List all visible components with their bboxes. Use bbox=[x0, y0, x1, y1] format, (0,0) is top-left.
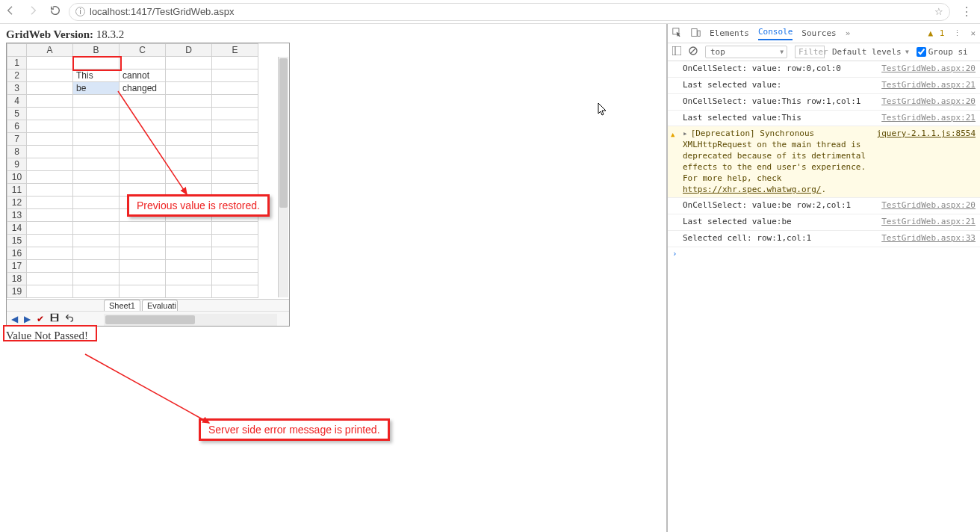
cell[interactable] bbox=[120, 120, 166, 133]
cell[interactable] bbox=[120, 247, 166, 260]
cell[interactable] bbox=[166, 82, 212, 95]
row-header[interactable]: 8 bbox=[7, 146, 27, 158]
row-header[interactable]: 14 bbox=[7, 222, 27, 235]
sheet-tab[interactable]: Sheet1 bbox=[104, 300, 140, 311]
back-button[interactable] bbox=[4, 4, 16, 19]
row-header[interactable]: 15 bbox=[7, 235, 27, 247]
cell[interactable] bbox=[73, 171, 120, 184]
horizontal-scrollbar[interactable] bbox=[104, 314, 277, 326]
row-header[interactable]: 11 bbox=[7, 184, 27, 197]
cell[interactable] bbox=[120, 95, 166, 108]
log-source-link[interactable]: TestGridWeb.aspx:21 bbox=[881, 217, 976, 228]
cell[interactable] bbox=[166, 95, 212, 108]
commit-icon[interactable]: ✔ bbox=[37, 314, 44, 324]
row-header[interactable]: 1 bbox=[7, 57, 27, 69]
cell[interactable] bbox=[73, 222, 120, 235]
cell[interactable] bbox=[73, 247, 120, 260]
row-header[interactable]: 4 bbox=[7, 95, 27, 108]
cell[interactable] bbox=[212, 146, 258, 158]
cell[interactable] bbox=[27, 222, 73, 235]
console-link[interactable]: https://xhr.spec.whatwg.org/ bbox=[683, 185, 821, 194]
cell[interactable] bbox=[120, 273, 166, 285]
cell[interactable] bbox=[27, 197, 73, 209]
row-header[interactable]: 19 bbox=[7, 285, 27, 298]
log-source-link[interactable]: TestGridWeb.aspx:20 bbox=[881, 200, 976, 211]
tab-elements[interactable]: Elements bbox=[710, 28, 749, 38]
log-source-link[interactable]: TestGridWeb.aspx:21 bbox=[881, 113, 976, 124]
cell[interactable] bbox=[27, 108, 73, 120]
row-header[interactable]: 10 bbox=[7, 171, 27, 184]
vertical-scrollbar[interactable] bbox=[278, 57, 288, 297]
cell[interactable] bbox=[73, 95, 120, 108]
cell[interactable] bbox=[212, 171, 258, 184]
spreadsheet[interactable]: ABCDE 12Thiscannot3bechanged456789101112… bbox=[7, 43, 258, 298]
save-icon[interactable] bbox=[50, 313, 59, 324]
cell[interactable] bbox=[212, 285, 258, 298]
cell[interactable] bbox=[212, 120, 258, 133]
cell[interactable] bbox=[120, 171, 166, 184]
cell[interactable] bbox=[27, 95, 73, 108]
group-similar-checkbox[interactable]: Group si bbox=[917, 47, 968, 57]
gridweb[interactable]: ABCDE 12Thiscannot3bechanged456789101112… bbox=[6, 43, 290, 327]
address-bar[interactable]: i localhost:1417/TestGridWeb.aspx ☆ bbox=[69, 3, 950, 21]
cell[interactable] bbox=[166, 57, 212, 69]
inspect-icon[interactable] bbox=[672, 28, 682, 40]
cell[interactable] bbox=[27, 57, 73, 69]
cell[interactable] bbox=[212, 247, 258, 260]
column-header[interactable]: C bbox=[120, 44, 166, 57]
cell[interactable]: be bbox=[73, 82, 120, 95]
row-header[interactable]: 6 bbox=[7, 120, 27, 133]
group-checkbox[interactable] bbox=[917, 47, 926, 57]
sheet-tab[interactable]: Evaluati bbox=[142, 300, 178, 311]
row-header[interactable]: 13 bbox=[7, 209, 27, 222]
forward-button[interactable] bbox=[27, 4, 39, 19]
cell[interactable] bbox=[212, 108, 258, 120]
nav-first-icon[interactable]: ◀ bbox=[11, 314, 18, 324]
cell[interactable] bbox=[166, 235, 212, 247]
cell[interactable] bbox=[27, 120, 73, 133]
cell[interactable] bbox=[120, 285, 166, 298]
cell[interactable] bbox=[212, 260, 258, 273]
cell[interactable] bbox=[27, 146, 73, 158]
cell[interactable] bbox=[212, 158, 258, 171]
cell[interactable] bbox=[166, 158, 212, 171]
more-tabs-icon[interactable]: » bbox=[846, 28, 851, 38]
cell[interactable] bbox=[27, 235, 73, 247]
cell[interactable] bbox=[166, 247, 212, 260]
warning-count[interactable]: ▲ 1 bbox=[928, 28, 945, 38]
cell[interactable] bbox=[27, 260, 73, 273]
cell[interactable] bbox=[73, 108, 120, 120]
cell[interactable] bbox=[120, 57, 166, 69]
clear-console-icon[interactable] bbox=[689, 46, 698, 58]
cell[interactable] bbox=[120, 260, 166, 273]
tab-sources[interactable]: Sources bbox=[801, 28, 836, 38]
cell[interactable] bbox=[73, 285, 120, 298]
log-source-link[interactable]: TestGridWeb.aspx:20 bbox=[881, 96, 976, 108]
row-header[interactable]: 5 bbox=[7, 108, 27, 120]
column-header[interactable]: E bbox=[212, 44, 258, 57]
cell[interactable] bbox=[212, 57, 258, 69]
console-prompt[interactable]: › bbox=[668, 247, 980, 260]
cell[interactable] bbox=[73, 184, 120, 197]
cell[interactable] bbox=[73, 120, 120, 133]
cell[interactable] bbox=[27, 209, 73, 222]
cell[interactable] bbox=[212, 222, 258, 235]
devtools-menu-icon[interactable]: ⋮ bbox=[953, 28, 961, 38]
cell[interactable] bbox=[73, 133, 120, 146]
cell[interactable] bbox=[27, 82, 73, 95]
undo-icon[interactable] bbox=[65, 313, 74, 324]
cell[interactable] bbox=[166, 222, 212, 235]
cell[interactable] bbox=[73, 146, 120, 158]
reload-button[interactable] bbox=[49, 4, 61, 19]
column-header[interactable]: D bbox=[166, 44, 212, 57]
cell[interactable] bbox=[73, 197, 120, 209]
log-source-link[interactable]: TestGridWeb.aspx:21 bbox=[881, 80, 976, 91]
row-header[interactable]: 7 bbox=[7, 133, 27, 146]
menu-icon[interactable]: ⋮ bbox=[958, 4, 976, 19]
nav-next-icon[interactable]: ▶ bbox=[24, 314, 31, 324]
cell[interactable] bbox=[73, 158, 120, 171]
column-header[interactable]: B bbox=[73, 44, 120, 57]
devtools-close-icon[interactable]: ✕ bbox=[970, 28, 976, 38]
cell[interactable] bbox=[27, 69, 73, 82]
device-icon[interactable] bbox=[691, 28, 701, 40]
